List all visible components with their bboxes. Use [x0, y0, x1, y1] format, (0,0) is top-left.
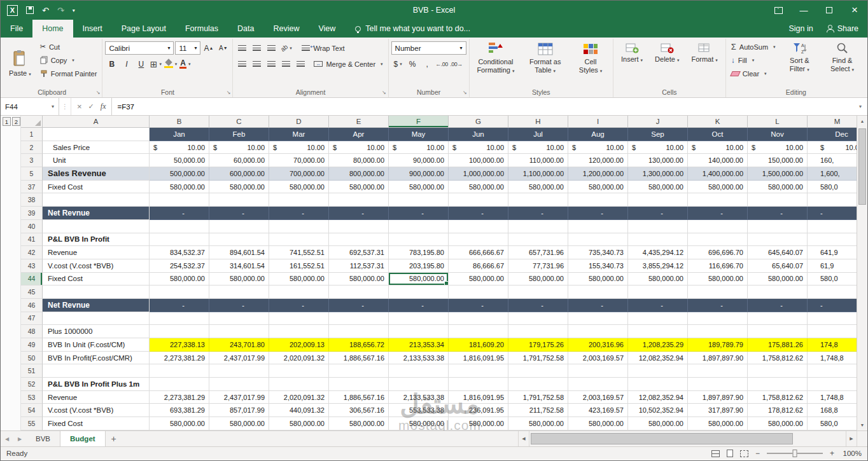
cell-L37[interactable]: 580,000.00 [748, 181, 808, 194]
cell-B41[interactable] [150, 233, 209, 247]
align-center-button[interactable] [250, 57, 263, 71]
tab-view[interactable]: View [309, 20, 345, 38]
cell-J5[interactable]: 1,300,000.00 [628, 167, 688, 181]
cell-B3[interactable]: 50,000.00 [150, 154, 209, 167]
cell-G48[interactable] [449, 325, 508, 338]
top-align-button[interactable] [235, 41, 249, 55]
cell-E41[interactable] [329, 233, 389, 247]
cell-H41[interactable] [508, 233, 568, 247]
font-color-button[interactable]: A [178, 57, 192, 71]
cell-D37[interactable]: 580,000.00 [269, 181, 329, 194]
cell-styles-button[interactable]: Cell Styles [571, 40, 610, 87]
cell-E45[interactable] [329, 286, 389, 299]
sign-in-link[interactable]: Sign in [788, 24, 813, 33]
fill-button[interactable]: Fill [729, 53, 778, 67]
cell-G5[interactable]: 1,000,000.00 [449, 167, 508, 181]
cell-B39[interactable]: - [150, 207, 209, 220]
name-box[interactable]: F44 ▾ [1, 98, 59, 115]
cell-G50[interactable]: 1,816,091.95 [449, 352, 508, 365]
cell-C42[interactable]: 894,601.54 [209, 246, 269, 259]
cell-I55[interactable]: 580,000.00 [568, 417, 628, 430]
cell-F54[interactable]: 553,533.38 [389, 404, 449, 417]
column-header-C[interactable]: C [209, 116, 269, 128]
cell-G52[interactable] [449, 378, 508, 391]
cell-J3[interactable]: 130,000.00 [628, 154, 688, 167]
cell-K46[interactable]: - [688, 299, 748, 312]
column-header-F[interactable]: F [389, 116, 449, 128]
cell-F43[interactable]: 203,195.80 [389, 259, 449, 273]
cell-C48[interactable] [209, 325, 269, 338]
cell-C55[interactable]: 580,000.00 [209, 417, 269, 430]
autosum-button[interactable]: AutoSum [729, 40, 778, 53]
cell-I37[interactable]: 580,000.00 [568, 181, 628, 194]
cell-L48[interactable] [748, 325, 808, 338]
cell-G53[interactable]: 1,816,091.95 [449, 391, 508, 404]
cell-A48[interactable]: Plus 1000000 [43, 325, 150, 338]
cell-E39[interactable]: - [329, 207, 389, 220]
scroll-up-icon[interactable]: ▲ [857, 116, 867, 127]
cell-C3[interactable]: 60,000.00 [209, 154, 269, 167]
cell-A5[interactable]: Sales Revenue [43, 167, 150, 181]
decrease-decimal-button[interactable]: .00→ [450, 57, 463, 71]
borders-button[interactable] [149, 57, 162, 71]
column-header-J[interactable]: J [628, 116, 688, 128]
cell-G1[interactable]: Jun [449, 128, 508, 141]
row-header-45[interactable]: 45 [21, 286, 43, 299]
cell-H46[interactable]: - [508, 299, 568, 312]
cell-L43[interactable]: 65,640.07 [748, 259, 808, 273]
minimize-icon[interactable] [791, 1, 816, 20]
format-cells-button[interactable]: Format [686, 40, 722, 87]
cell-H3[interactable]: 110,000.00 [508, 154, 568, 167]
cell-F48[interactable] [389, 325, 449, 338]
horizontal-scrollbar[interactable]: ◀ ▶ [518, 431, 867, 446]
cell-G41[interactable] [449, 233, 508, 247]
share-button[interactable]: Share [826, 24, 858, 33]
row-header-46[interactable]: 46 [21, 299, 43, 312]
cell-K51[interactable] [688, 364, 748, 378]
tab-data[interactable]: Data [228, 20, 263, 38]
align-right-button[interactable] [265, 57, 278, 71]
cell-C45[interactable] [209, 286, 269, 299]
row-header-40[interactable]: 40 [21, 220, 43, 233]
row-header-42[interactable]: 42 [21, 246, 43, 259]
cell-D43[interactable]: 161,552.51 [269, 259, 329, 273]
cell-G2[interactable]: $10.00 [449, 141, 508, 155]
cell-G51[interactable] [449, 364, 508, 378]
cell-J52[interactable] [628, 378, 688, 391]
cell-D44[interactable]: 580,000.00 [269, 273, 329, 286]
cell-C2[interactable]: $10.00 [209, 141, 269, 155]
cell-G3[interactable]: 100,000.00 [449, 154, 508, 167]
select-all-corner[interactable] [21, 116, 43, 128]
tab-insert[interactable]: Insert [73, 20, 112, 38]
cell-D41[interactable] [269, 233, 329, 247]
cell-F45[interactable] [389, 286, 449, 299]
row-header-53[interactable]: 53 [21, 391, 43, 404]
cell-L40[interactable] [748, 220, 808, 233]
cell-J46[interactable]: - [628, 299, 688, 312]
row-header-54[interactable]: 54 [21, 404, 43, 417]
cell-A45[interactable] [43, 286, 150, 299]
cell-G38[interactable] [449, 193, 508, 207]
cell-C53[interactable]: 2,437,017.99 [209, 391, 269, 404]
decrease-indent-button[interactable] [279, 57, 293, 71]
cell-G46[interactable]: - [449, 299, 508, 312]
zoom-slider[interactable] [767, 453, 823, 454]
cell-C40[interactable] [209, 220, 269, 233]
cell-C5[interactable]: 600,000.00 [209, 167, 269, 181]
cell-I38[interactable] [568, 193, 628, 207]
cell-L46[interactable]: - [748, 299, 808, 312]
merge-center-button[interactable]: Merge & Center [311, 57, 385, 71]
percent-style-button[interactable]: % [406, 57, 419, 71]
cell-D49[interactable]: 202,009.13 [269, 338, 329, 352]
cell-A53[interactable]: Revenue [43, 391, 150, 404]
cell-H55[interactable]: 580,000.00 [508, 417, 568, 430]
format-painter-button[interactable]: Format Painter [38, 67, 100, 80]
cell-E42[interactable]: 692,537.31 [329, 246, 389, 259]
cell-G40[interactable] [449, 220, 508, 233]
sheet-tab-bvb[interactable]: BVB [26, 431, 60, 446]
cell-D1[interactable]: Mar [269, 128, 329, 141]
cell-C50[interactable]: 2,437,017.99 [209, 352, 269, 365]
cell-K5[interactable]: 1,400,000.00 [688, 167, 748, 181]
cell-A42[interactable]: Revenue [43, 246, 150, 259]
fill-color-button[interactable] [164, 57, 177, 71]
